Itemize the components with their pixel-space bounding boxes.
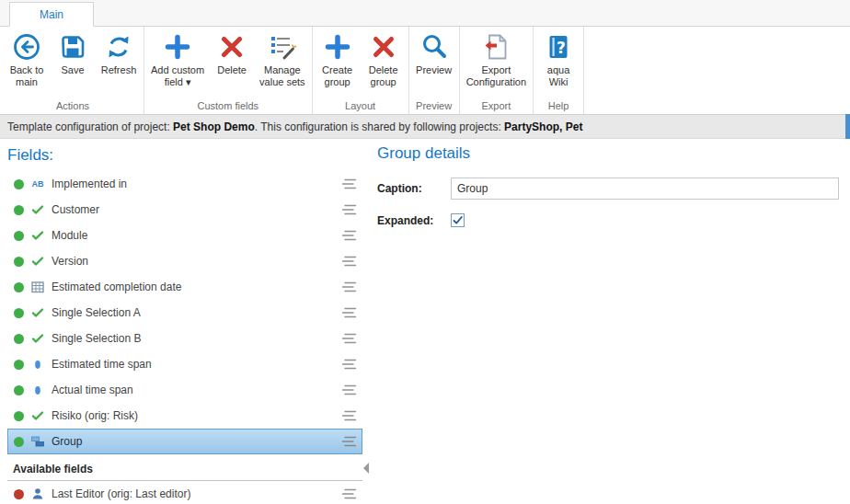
field-row[interactable]: Estimated time span <box>7 351 362 377</box>
add-plus-icon <box>323 32 352 62</box>
save-icon <box>58 32 87 62</box>
collapse-panel-arrow-icon[interactable] <box>363 463 369 474</box>
field-row[interactable]: Risiko (orig: Risk) <box>7 403 362 429</box>
main-content: Fields: ABImplemented inCustomerModuleVe… <box>0 139 850 503</box>
expanded-checkbox[interactable] <box>451 213 465 227</box>
manage-value-sets-label: Managevalue sets <box>259 64 305 88</box>
preview-label: Preview <box>416 64 452 88</box>
checkmark-icon <box>30 202 45 217</box>
row-menu-icon[interactable] <box>341 255 357 268</box>
field-label: Customer <box>52 203 335 216</box>
info-bar: Template configuration of project: Pet S… <box>0 115 850 139</box>
checkmark-icon <box>30 408 45 423</box>
delete-label: Delete <box>217 64 247 88</box>
status-dot <box>14 360 24 370</box>
manage-value-sets-button[interactable]: Managevalue sets <box>255 28 310 90</box>
available-fields-list: Last Editor (orig: Last editor) <box>7 481 362 504</box>
delete-x-icon <box>369 32 398 62</box>
refresh-button[interactable]: Refresh <box>96 28 142 90</box>
ribbon-group-caption: Layout <box>315 98 407 114</box>
row-menu-icon[interactable] <box>341 281 357 293</box>
field-row[interactable]: Single Selection B <box>7 326 362 351</box>
row-menu-icon[interactable] <box>341 358 357 371</box>
info-bar-text: . This configuration is shared by follow… <box>255 120 504 133</box>
ribbon-group-caption: Export <box>462 98 531 114</box>
field-label: Estimated completion date <box>52 281 335 293</box>
field-label: Single Selection A <box>52 306 335 319</box>
status-dot <box>14 282 24 292</box>
wiki-icon: ? <box>544 32 573 62</box>
caption-input[interactable] <box>451 178 839 200</box>
preview-icon <box>419 32 449 62</box>
field-label: Group <box>52 435 335 448</box>
info-bar-highlight: Pet Shop Demo <box>173 120 255 133</box>
field-row[interactable]: Single Selection A <box>7 300 362 326</box>
field-label: Risiko (orig: Risk) <box>52 409 335 422</box>
row-menu-icon[interactable] <box>341 203 357 216</box>
field-label: Version <box>52 255 335 268</box>
field-row[interactable]: Version <box>7 248 362 274</box>
field-label: Module <box>52 229 335 242</box>
ribbon: Back tomainSaveRefreshActionsAdd customf… <box>0 27 850 115</box>
fields-panel: Fields: ABImplemented inCustomerModuleVe… <box>7 139 362 504</box>
create-group-label: Creategroup <box>322 64 352 88</box>
ribbon-group-caption: Custom fields <box>146 98 310 114</box>
timespan-icon <box>30 383 45 397</box>
delete-group-button[interactable]: Deletegroup <box>361 28 407 90</box>
person-icon <box>30 487 45 501</box>
ribbon-group-export: ExportConfigurationExport <box>460 27 534 114</box>
caption-label: Caption: <box>377 182 451 195</box>
status-dot <box>14 437 24 447</box>
ribbon-group-actions: Back tomainSaveRefreshActions <box>2 27 144 114</box>
date-grid-icon <box>30 280 45 294</box>
tab-main[interactable]: Main <box>9 2 94 27</box>
info-bar-text: Template configuration of project: <box>7 120 173 133</box>
status-dot <box>14 334 24 344</box>
field-label: Last Editor (orig: Last editor) <box>52 487 335 500</box>
row-menu-icon[interactable] <box>341 384 357 396</box>
ribbon-group-caption: Actions <box>4 98 142 114</box>
row-menu-icon[interactable] <box>341 229 357 242</box>
create-group-button[interactable]: Creategroup <box>315 28 361 90</box>
status-dot <box>14 231 24 241</box>
add-custom-field-label: Add customfield ▾ <box>151 64 204 88</box>
group-icon <box>30 434 45 449</box>
row-menu-icon[interactable] <box>341 409 357 422</box>
field-label: Single Selection B <box>52 332 335 345</box>
add-plus-icon <box>163 32 192 62</box>
text-ab-icon: AB <box>30 177 45 191</box>
export-icon <box>481 32 511 62</box>
detail-row-caption: Caption: <box>377 178 839 200</box>
details-panel: Group details Caption:Expanded: <box>377 139 839 241</box>
row-menu-icon[interactable] <box>341 306 357 319</box>
row-menu-icon[interactable] <box>341 487 357 500</box>
field-row[interactable]: ABImplemented in <box>7 171 362 197</box>
delete-button[interactable]: Delete <box>209 28 255 90</box>
field-row[interactable]: Customer <box>7 197 362 223</box>
status-dot <box>14 257 24 267</box>
field-row[interactable]: Estimated completion date <box>7 274 362 300</box>
refresh-label: Refresh <box>101 64 137 88</box>
field-row[interactable]: Group <box>7 429 362 454</box>
status-dot <box>14 385 24 395</box>
field-row[interactable]: Actual time span <box>7 377 362 403</box>
field-row[interactable]: Module <box>7 223 362 248</box>
add-custom-field-button[interactable]: Add customfield ▾ <box>146 28 209 90</box>
back-to-main-button[interactable]: Back tomain <box>4 28 50 90</box>
export-configuration-button[interactable]: ExportConfiguration <box>462 28 531 90</box>
timespan-icon <box>30 357 45 372</box>
ribbon-group-preview: PreviewPreview <box>409 27 460 114</box>
field-row[interactable]: Last Editor (orig: Last editor) <box>7 481 362 504</box>
field-label: Actual time span <box>52 384 335 396</box>
row-menu-icon[interactable] <box>341 435 357 448</box>
aqua-wiki-button[interactable]: ?aquaWiki <box>535 28 581 90</box>
row-menu-icon[interactable] <box>341 332 357 345</box>
save-button[interactable]: Save <box>50 28 96 90</box>
status-dot <box>14 179 24 189</box>
preview-button[interactable]: Preview <box>411 28 457 90</box>
tab-main-label: Main <box>40 8 63 21</box>
row-menu-icon[interactable] <box>341 178 357 190</box>
checkmark-icon <box>30 331 45 346</box>
available-fields-header: Available fields <box>7 457 362 481</box>
field-label: Estimated time span <box>52 358 335 371</box>
